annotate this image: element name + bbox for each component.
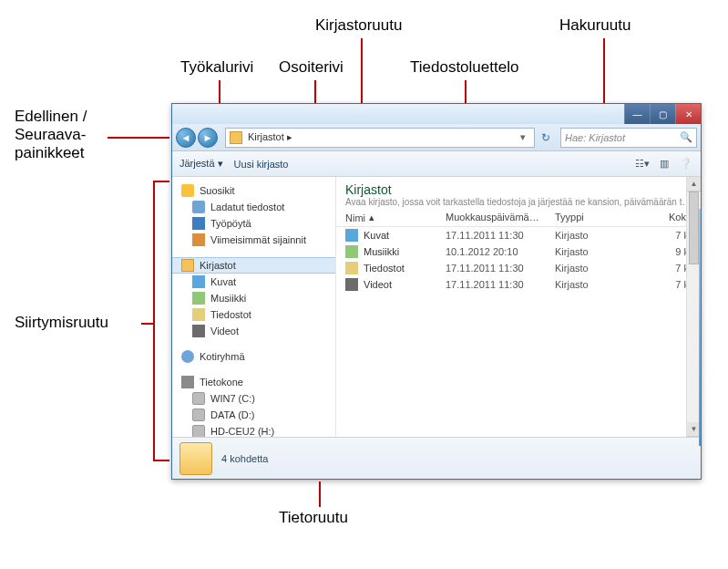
- line-prev-next: [108, 137, 169, 139]
- sidebar-item-drive-d[interactable]: DATA (D:): [172, 407, 335, 423]
- new-library-button[interactable]: Uusi kirjasto: [234, 159, 289, 170]
- refresh-button[interactable]: ↻: [537, 131, 555, 144]
- sidebar-item-drive-c[interactable]: WIN7 (C:): [172, 390, 335, 407]
- close-button[interactable]: ✕: [675, 104, 701, 124]
- documents-icon: [345, 262, 358, 274]
- scroll-up-button[interactable]: ▲: [687, 177, 701, 191]
- sidebar-item-libraries[interactable]: Kirjastot: [172, 257, 335, 274]
- folder-icon: [230, 131, 242, 144]
- library-subtitle: Avaa kirjasto, jossa voit tarkastella ti…: [345, 197, 692, 207]
- star-icon: [181, 184, 194, 197]
- col-size[interactable]: Koko: [628, 212, 692, 223]
- list-item[interactable]: Tiedostot 17.11.2011 11:30 Kirjasto 7 kt: [336, 260, 701, 276]
- sidebar-item-recent[interactable]: Viimeisimmät sijainnit: [172, 232, 335, 248]
- recent-icon: [192, 233, 205, 246]
- content-pane: Kirjastot Avaa kirjasto, jossa voit tark…: [336, 177, 701, 437]
- music-icon: [345, 245, 358, 258]
- details-text: 4 kohdetta: [221, 453, 268, 464]
- col-date[interactable]: Muokkauspäivämä…: [446, 212, 555, 223]
- label-prev-next: Edellinen / Seuraava- painikkeet: [15, 108, 87, 162]
- library-header: Kirjastot Avaa kirjasto, jossa voit tark…: [336, 177, 701, 209]
- sidebar-item-pictures[interactable]: Kuvat: [172, 274, 335, 290]
- bracket-nav-pane-v: [153, 181, 155, 461]
- sidebar-item-documents[interactable]: Tiedostot: [172, 306, 335, 323]
- minimize-button[interactable]: —: [624, 104, 650, 124]
- explorer-window: — ▢ ✕ ◄ ► Kirjastot ▸ ▾ ↻ Hae: Kirjastot…: [171, 103, 702, 480]
- list-item[interactable]: Videot 17.11.2011 11:30 Kirjasto 7 kt: [336, 276, 701, 293]
- navigation-pane: Suosikit Ladatut tiedostot Työpöytä Viim…: [172, 177, 336, 437]
- search-icon: 🔍: [680, 131, 692, 143]
- address-dropdown[interactable]: ▾: [516, 131, 530, 143]
- back-button[interactable]: ◄: [176, 128, 196, 148]
- library-title: Kirjastot: [345, 182, 692, 197]
- computer-icon: [181, 376, 194, 388]
- drive-icon: [192, 409, 205, 421]
- bracket-nav-pane-bot: [153, 460, 169, 461]
- line-nav-pane: [141, 323, 153, 325]
- title-bar: — ▢ ✕: [172, 104, 701, 124]
- videos-icon: [192, 325, 205, 337]
- label-search-box: Hakuruutu: [559, 16, 631, 35]
- music-icon: [192, 292, 205, 305]
- homegroup-icon: [181, 350, 194, 363]
- organize-button[interactable]: Järjestä ▾: [179, 158, 223, 170]
- drive-icon: [192, 392, 205, 405]
- sidebar-item-favorites[interactable]: Suosikit: [172, 182, 335, 199]
- desktop-icon: [192, 217, 205, 230]
- label-toolbar: Työkalurivi: [180, 58, 253, 77]
- folder-large-icon: [179, 442, 212, 475]
- preview-pane-button[interactable]: ▥: [657, 157, 672, 171]
- toolbar: Järjestä ▾ Uusi kirjasto ☷▾ ▥ ❔: [172, 151, 701, 177]
- search-placeholder: Hae: Kirjastot: [565, 132, 625, 143]
- label-address-bar: Osoiterivi: [279, 58, 343, 77]
- sidebar-item-downloads[interactable]: Ladatut tiedostot: [172, 199, 335, 215]
- list-item[interactable]: Musiikki 10.1.2012 20:10 Kirjasto 9 kt: [336, 243, 701, 260]
- pictures-icon: [192, 275, 205, 288]
- label-lib-pane: Kirjastoruutu: [315, 16, 402, 35]
- window-body: Suosikit Ladatut tiedostot Työpöytä Viim…: [172, 177, 701, 437]
- library-icon: [181, 259, 194, 272]
- sort-asc-icon: ▴: [369, 212, 374, 223]
- maximize-button[interactable]: ▢: [650, 104, 675, 124]
- sidebar-item-videos[interactable]: Videot: [172, 323, 335, 339]
- search-input[interactable]: Hae: Kirjastot 🔍: [560, 128, 697, 148]
- help-button[interactable]: ❔: [679, 157, 693, 171]
- label-details-pane: Tietoruutu: [279, 509, 348, 527]
- sidebar-item-computer[interactable]: Tietokone: [172, 374, 335, 390]
- line-details-pane: [319, 481, 321, 507]
- sidebar-item-homegroup[interactable]: Kotiryhmä: [172, 348, 335, 365]
- list-item[interactable]: Kuvat 17.11.2011 11:30 Kirjasto 7 kt: [336, 227, 701, 243]
- sidebar-item-music[interactable]: Musiikki: [172, 290, 335, 306]
- column-headers: Nimi▴ Muokkauspäivämä… Tyyppi Koko: [336, 209, 701, 227]
- videos-icon: [345, 278, 358, 291]
- address-bar[interactable]: Kirjastot ▸ ▾: [225, 128, 535, 148]
- col-type[interactable]: Tyyppi: [555, 212, 628, 223]
- forward-button[interactable]: ►: [198, 128, 218, 148]
- label-nav-pane: Siirtymisruutu: [15, 314, 108, 332]
- documents-icon: [192, 308, 205, 321]
- scroll-thumb[interactable]: [689, 191, 699, 264]
- file-list: Kuvat 17.11.2011 11:30 Kirjasto 7 kt Mus…: [336, 227, 701, 293]
- bracket-nav-pane-top: [153, 181, 169, 182]
- drive-icon: [192, 425, 205, 437]
- sidebar-item-desktop[interactable]: Työpöytä: [172, 215, 335, 232]
- view-button[interactable]: ☷▾: [635, 157, 650, 171]
- label-file-list: Tiedostoluettelo: [410, 58, 518, 77]
- pictures-icon: [345, 229, 358, 242]
- address-text: Kirjastot ▸: [248, 131, 292, 143]
- col-name[interactable]: Nimi▴: [345, 212, 446, 223]
- decor-strip: [699, 209, 702, 446]
- sidebar-item-drive-h[interactable]: HD-CEU2 (H:): [172, 423, 335, 437]
- details-pane: 4 kohdetta: [172, 437, 701, 479]
- download-icon: [192, 201, 205, 213]
- nav-row: ◄ ► Kirjastot ▸ ▾ ↻ Hae: Kirjastot 🔍: [172, 124, 701, 151]
